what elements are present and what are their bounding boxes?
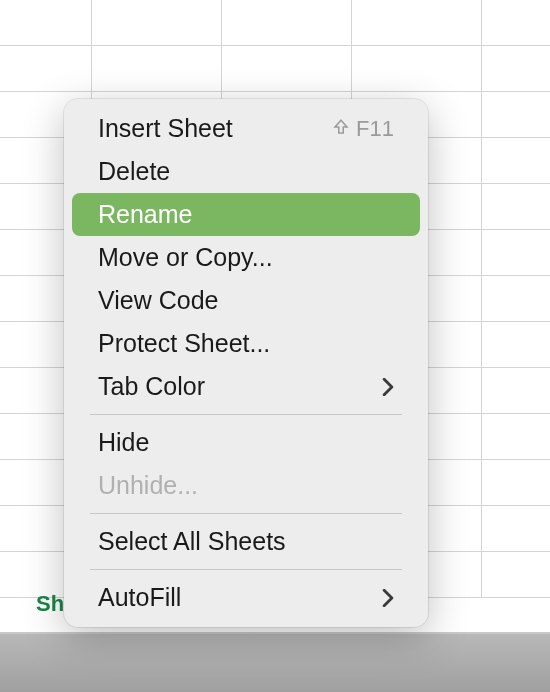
menu-label: Delete	[98, 157, 394, 186]
grid-cell[interactable]	[92, 46, 222, 91]
menu-item-insert-sheet[interactable]: Insert Sheet F11	[72, 107, 420, 150]
menu-separator	[90, 569, 402, 570]
grid-cell[interactable]	[482, 276, 550, 321]
menu-item-delete[interactable]: Delete	[72, 150, 420, 193]
menu-item-move-or-copy[interactable]: Move or Copy...	[72, 236, 420, 279]
menu-item-view-code[interactable]: View Code	[72, 279, 420, 322]
grid-cell[interactable]	[482, 460, 550, 505]
grid-cell[interactable]	[352, 46, 482, 91]
grid-cell[interactable]	[0, 46, 92, 91]
grid-row	[0, 0, 550, 46]
menu-label: Insert Sheet	[98, 114, 332, 143]
grid-cell[interactable]	[482, 46, 550, 91]
menu-label: Rename	[98, 200, 394, 229]
menu-item-protect-sheet[interactable]: Protect Sheet...	[72, 322, 420, 365]
menu-shortcut: F11	[332, 116, 394, 142]
sheet-context-menu: Insert Sheet F11 Delete Rename Move or C…	[64, 99, 428, 627]
menu-label: Protect Sheet...	[98, 329, 394, 358]
chevron-right-icon	[382, 378, 394, 396]
grid-cell[interactable]	[482, 322, 550, 367]
grid-cell[interactable]	[482, 552, 550, 597]
grid-cell[interactable]	[352, 0, 482, 45]
menu-separator	[90, 513, 402, 514]
grid-cell[interactable]	[482, 230, 550, 275]
grid-cell[interactable]	[92, 0, 222, 45]
grid-cell[interactable]	[482, 506, 550, 551]
menu-item-autofill[interactable]: AutoFill	[72, 576, 420, 619]
menu-label: View Code	[98, 286, 394, 315]
chevron-right-icon	[382, 589, 394, 607]
menu-label: Select All Sheets	[98, 527, 394, 556]
menu-label: AutoFill	[98, 583, 382, 612]
grid-row	[0, 46, 550, 92]
grid-cell[interactable]	[482, 414, 550, 459]
menu-label: Hide	[98, 428, 394, 457]
grid-cell[interactable]	[0, 0, 92, 45]
grid-cell[interactable]	[222, 0, 352, 45]
grid-cell[interactable]	[482, 138, 550, 183]
menu-label: Unhide...	[98, 471, 394, 500]
menu-item-rename[interactable]: Rename	[72, 193, 420, 236]
menu-label: Move or Copy...	[98, 243, 394, 272]
status-bar	[0, 634, 550, 692]
shift-up-arrow-icon	[332, 116, 350, 142]
shortcut-key: F11	[356, 116, 394, 142]
grid-cell[interactable]	[482, 184, 550, 229]
menu-item-select-all-sheets[interactable]: Select All Sheets	[72, 520, 420, 563]
grid-cell[interactable]	[222, 46, 352, 91]
menu-separator	[90, 414, 402, 415]
menu-item-unhide: Unhide...	[72, 464, 420, 507]
menu-item-tab-color[interactable]: Tab Color	[72, 365, 420, 408]
menu-item-hide[interactable]: Hide	[72, 421, 420, 464]
grid-cell[interactable]	[482, 92, 550, 137]
menu-label: Tab Color	[98, 372, 382, 401]
grid-cell[interactable]	[482, 368, 550, 413]
grid-cell[interactable]	[482, 0, 550, 45]
